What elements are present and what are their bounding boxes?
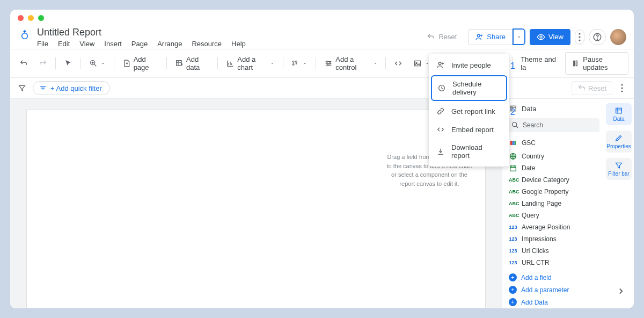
menu-resource[interactable]: Resource	[192, 40, 222, 48]
svg-rect-27	[510, 141, 513, 145]
add-page-button[interactable]: Add page	[119, 53, 163, 74]
undo-icon	[427, 33, 435, 41]
side-tab-properties[interactable]: Properties	[606, 131, 632, 153]
subbar: + Add quick filter Reset	[10, 78, 634, 99]
share-get-link[interactable]: Get report link 2	[429, 102, 509, 120]
undo-button[interactable]	[16, 57, 32, 70]
svg-point-2	[540, 36, 542, 38]
field-row[interactable]: ABCLanding Page	[502, 198, 604, 209]
field-row[interactable]: 123Average Position	[502, 221, 604, 233]
minimize-window-dot[interactable]	[28, 15, 34, 21]
menu-file[interactable]: File	[37, 40, 48, 48]
side-tab-data[interactable]: Data	[606, 103, 632, 125]
report-title[interactable]: Untitled Report	[37, 26, 420, 38]
close-window-dot[interactable]	[18, 15, 24, 21]
plus-circle-icon: +	[509, 273, 517, 281]
more-menu-button[interactable]	[575, 30, 584, 45]
share-download[interactable]: Download report	[429, 139, 509, 164]
add-field-button[interactable]: +Add a field	[502, 271, 604, 284]
menu-help[interactable]: Help	[231, 40, 246, 48]
view-button[interactable]: View	[530, 29, 570, 45]
pause-icon	[571, 59, 580, 68]
field-label: Landing Page	[522, 200, 561, 207]
report-page[interactable]	[26, 110, 486, 308]
svg-point-22	[621, 84, 623, 85]
svg-rect-31	[510, 166, 516, 171]
share-invite-people[interactable]: Invite people 1	[429, 56, 509, 74]
title-area: Untitled Report File Edit View Insert Pa…	[37, 26, 420, 48]
magnifier-icon	[89, 59, 98, 68]
field-row[interactable]: 123URL CTR	[502, 257, 604, 269]
body: Drag a field from the Data Panel to the …	[10, 99, 634, 308]
field-label: Country	[522, 153, 544, 160]
embed-button[interactable]	[390, 57, 406, 70]
help-button[interactable]	[589, 29, 606, 45]
svg-rect-20	[574, 61, 575, 66]
more-icon[interactable]	[618, 84, 626, 92]
field-row[interactable]: 123Url Clicks	[502, 245, 604, 257]
side-tab-filter[interactable]: Filter bar	[606, 158, 632, 180]
menu-arrange[interactable]: Arrange	[157, 40, 182, 48]
field-row[interactable]: Date	[502, 162, 604, 174]
field-row[interactable]: 123Impressions	[502, 233, 604, 245]
field-label: Impressions	[522, 235, 557, 243]
expand-panel-toggle[interactable]	[616, 286, 626, 297]
field-label: Date	[522, 164, 535, 172]
field-row[interactable]: ABCQuery	[502, 209, 604, 221]
undo-icon	[19, 59, 28, 68]
person-add-icon	[475, 33, 484, 41]
menu-page[interactable]: Page	[131, 40, 148, 48]
field-type-icon: 123	[509, 247, 517, 255]
field-label: Query	[522, 212, 539, 219]
menu-insert[interactable]: Insert	[104, 40, 122, 48]
reset-button[interactable]: Reset	[420, 29, 464, 45]
add-control-button[interactable]: Add a control	[320, 53, 381, 74]
field-type-icon: 123	[509, 223, 517, 232]
field-type-icon: ABC	[509, 176, 517, 184]
add-data-button[interactable]: Add data	[171, 53, 213, 74]
add-data-button[interactable]: +Add Data	[502, 296, 604, 308]
field-row[interactable]: ABCGoogle Property	[502, 186, 604, 198]
field-row[interactable]: ABCDevice Category	[502, 174, 604, 186]
apps-icon	[291, 59, 299, 68]
field-label: Url Clicks	[522, 247, 549, 255]
callout-1: 1	[510, 61, 515, 71]
share-schedule-delivery[interactable]: Schedule delivery	[431, 75, 507, 101]
field-row[interactable]: Country	[502, 150, 604, 162]
svg-point-3	[579, 33, 580, 34]
field-type-icon: ABC	[509, 199, 517, 208]
add-chart-button[interactable]: Add a chart	[222, 53, 278, 74]
sliders-icon	[324, 59, 333, 68]
eye-icon	[537, 33, 545, 41]
community-viz-button[interactable]	[287, 57, 311, 70]
funnel-icon[interactable]	[18, 84, 26, 92]
database-icon	[175, 59, 184, 68]
menu-view[interactable]: View	[79, 40, 94, 48]
redo-button[interactable]	[35, 57, 51, 70]
menu-edit[interactable]: Edit	[58, 40, 70, 48]
select-tool[interactable]	[60, 57, 76, 70]
add-parameter-button[interactable]: +Add a parameter	[502, 284, 604, 296]
svg-rect-32	[616, 108, 622, 113]
redo-icon	[39, 59, 47, 68]
user-avatar[interactable]	[610, 29, 626, 45]
zoom-tool[interactable]	[85, 57, 109, 70]
data-source[interactable]: GSC	[502, 135, 604, 150]
share-dropdown-toggle[interactable]	[513, 28, 525, 45]
pause-updates-button[interactable]: Pause updates	[565, 52, 628, 75]
share-button[interactable]: Share	[468, 29, 513, 45]
person-add-icon	[436, 61, 445, 69]
svg-point-5	[579, 39, 580, 41]
download-icon	[436, 147, 445, 156]
theme-button[interactable]: Theme and la	[517, 53, 562, 74]
svg-rect-16	[415, 61, 421, 66]
data-search[interactable]: Search	[507, 118, 599, 132]
maximize-window-dot[interactable]	[38, 15, 44, 21]
svg-point-0	[22, 33, 28, 39]
filter-lines-icon	[39, 84, 47, 92]
field-type-icon: ABC	[509, 211, 517, 220]
subbar-reset-button[interactable]: Reset	[572, 81, 612, 95]
add-quick-filter-button[interactable]: + Add quick filter	[33, 81, 110, 95]
image-icon	[413, 59, 422, 68]
share-embed[interactable]: Embed report	[429, 120, 509, 139]
